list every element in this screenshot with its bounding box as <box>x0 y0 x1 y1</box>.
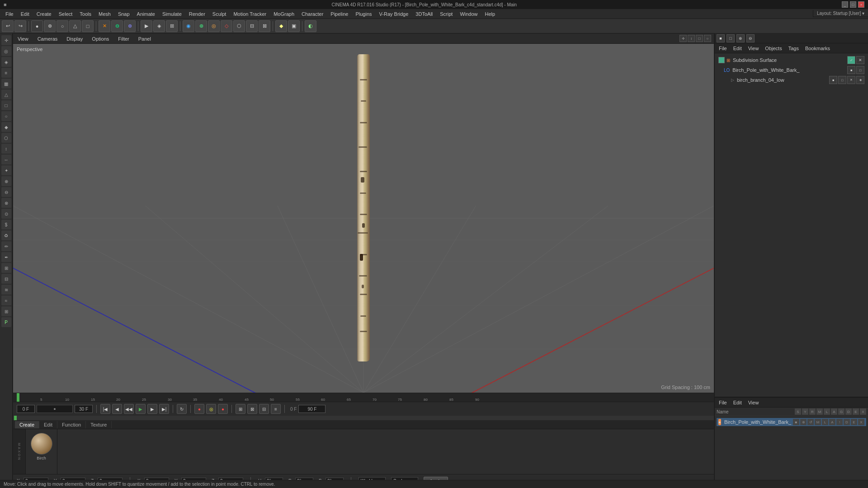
tab-texture[interactable]: Texture <box>86 421 112 428</box>
menu-tools[interactable]: Tools <box>76 10 95 18</box>
sm-menu-objects[interactable]: Objects <box>764 46 783 51</box>
render-button[interactable]: ▶ <box>141 20 152 32</box>
tool-3[interactable]: ≡ <box>1 68 11 78</box>
play-back-button[interactable]: ◀◀ <box>124 404 134 414</box>
step-forward-button[interactable]: ▶ <box>147 404 157 414</box>
obj-flag-s[interactable]: ■ <box>793 419 799 425</box>
render-settings-button[interactable]: ⊞ <box>166 20 178 32</box>
tool-21[interactable]: ⊞ <box>1 263 11 273</box>
minimize-button[interactable]: _ <box>842 1 848 8</box>
key-all-button[interactable]: ◎ <box>206 404 216 414</box>
tree-action-branch-2[interactable]: □ <box>838 76 846 84</box>
menu-snap[interactable]: Snap <box>114 10 133 18</box>
vp-menu-filter[interactable]: Filter <box>116 36 131 42</box>
point-mode-button[interactable]: ○ <box>57 20 68 32</box>
tab-edit[interactable]: Edit <box>39 421 57 428</box>
menu-sculpt[interactable]: Sculpt <box>209 10 230 18</box>
menu-pipeline[interactable]: Pipeline <box>327 10 352 18</box>
menu-simulate[interactable]: Simulate <box>159 10 185 18</box>
tool-9[interactable]: ⬡ <box>1 133 11 143</box>
py-button[interactable]: ◐ <box>305 20 316 32</box>
undo-button[interactable]: ↩ <box>2 20 14 32</box>
deformer-button[interactable]: ⊟ <box>246 20 258 32</box>
obj-flag-x[interactable]: X <box>858 419 864 425</box>
tool-11[interactable]: ↔ <box>1 155 11 164</box>
tab-function[interactable]: Function <box>57 421 86 428</box>
tool-22[interactable]: ⊟ <box>1 274 11 284</box>
menu-animate[interactable]: Animate <box>133 10 159 18</box>
tool-15[interactable]: ⊗ <box>1 198 11 208</box>
go-end-button[interactable]: ▶| <box>159 404 169 414</box>
render-view-button[interactable]: ◈ <box>153 20 165 32</box>
play-button[interactable]: ▶ <box>136 404 146 414</box>
om-menu-view[interactable]: View <box>747 400 760 405</box>
sm-menu-file[interactable]: File <box>717 46 728 51</box>
menu-script[interactable]: Script <box>436 10 456 18</box>
obj-flag-m[interactable]: M <box>815 419 821 425</box>
tool-10[interactable]: ↕ <box>1 144 11 154</box>
generator-button[interactable]: ⊠ <box>259 20 270 32</box>
menu-mograph[interactable]: MoGraph <box>270 10 298 18</box>
tree-action-check[interactable]: ✓ <box>847 56 855 64</box>
canvas-3d[interactable]: Perspective Grid Spacing : 100 cm <box>13 44 714 393</box>
tool-6[interactable]: □ <box>1 100 11 110</box>
menu-file[interactable]: File <box>2 10 17 18</box>
obj-flag-d[interactable]: D <box>844 419 850 425</box>
tool-move[interactable]: ✛ <box>1 35 11 45</box>
go-start-button[interactable]: |◀ <box>100 404 110 414</box>
tool-19[interactable]: ✏ <box>1 241 11 251</box>
tool-grid[interactable]: ⊞ <box>1 306 11 316</box>
tree-action-x[interactable]: ✕ <box>856 56 864 64</box>
vp-icon-2[interactable]: ↕ <box>688 35 695 42</box>
vp-menu-panel[interactable]: Panel <box>137 36 153 42</box>
layout-label[interactable]: Layout: Startup [User] ▾ <box>813 10 868 17</box>
vp-icon-3[interactable]: □ <box>696 35 703 42</box>
poly-mode-button[interactable]: □ <box>82 20 94 32</box>
menu-mesh[interactable]: Mesh <box>95 10 114 18</box>
obj-flag-a[interactable]: A <box>829 419 835 425</box>
maximize-button[interactable]: □ <box>850 1 856 8</box>
frame-pointer[interactable] <box>17 393 19 402</box>
menu-create[interactable]: Create <box>33 10 55 18</box>
sphere-button[interactable]: ⊛ <box>195 20 207 32</box>
menu-window[interactable]: Window <box>456 10 481 18</box>
obj-flag-g[interactable]: ↑ <box>836 419 843 425</box>
menu-vray[interactable]: V-Ray Bridge <box>376 10 412 18</box>
obj-flag-y[interactable]: ⊕ <box>800 419 807 425</box>
obj-row-birch[interactable]: ■ Birch_Pole_with_White_Bark_ ■ ⊕ ↺ M L … <box>717 418 866 426</box>
tool-13[interactable]: ⊕ <box>1 176 11 186</box>
tree-item-subdivision[interactable]: ⊞ Subdivision Surface ✓ ✕ <box>717 55 866 65</box>
edge-mode-button[interactable]: △ <box>69 20 81 32</box>
sm-menu-view[interactable]: View <box>747 46 760 51</box>
start-frame-input[interactable] <box>17 405 35 413</box>
menu-motion-tracker[interactable]: Motion Tracker <box>230 10 270 18</box>
motion-button[interactable]: ⊞ <box>236 404 245 414</box>
tree-item-birch-pole[interactable]: LO Birch_Pole_with_White_Bark_ ■ □ <box>717 65 866 75</box>
curve-button[interactable]: ⊠ <box>247 404 257 414</box>
menu-edit[interactable]: Edit <box>17 10 33 18</box>
vp-menu-options[interactable]: Options <box>90 36 111 42</box>
menu-render[interactable]: Render <box>185 10 209 18</box>
redo-button[interactable]: ↪ <box>14 20 26 32</box>
auto-key-button[interactable]: ● <box>218 404 228 414</box>
tool-4[interactable]: ▦ <box>1 79 11 89</box>
sm-menu-bookmarks[interactable]: Bookmarks <box>804 46 831 51</box>
object-mode-button[interactable]: ⊕ <box>44 20 56 32</box>
obj-flag-r[interactable]: ↺ <box>807 419 814 425</box>
tool-17[interactable]: $ <box>1 220 11 230</box>
rotate-tool-button[interactable]: ⊕ <box>124 20 136 32</box>
om-menu-file[interactable]: File <box>717 400 728 405</box>
menu-plugins[interactable]: Plugins <box>352 10 375 18</box>
loop-button[interactable]: ↻ <box>177 404 187 414</box>
sm-menu-edit[interactable]: Edit <box>732 46 743 51</box>
new-button[interactable]: ● <box>31 20 43 32</box>
spline-button[interactable]: ⬡ <box>233 20 245 32</box>
tab-create[interactable]: Create <box>15 421 39 428</box>
vp-icon-4[interactable]: ○ <box>704 35 711 42</box>
tree-action-birch-2[interactable]: □ <box>856 66 864 74</box>
step-back-button[interactable]: ◀ <box>112 404 122 414</box>
om-menu-edit[interactable]: Edit <box>732 400 743 405</box>
vp-menu-display[interactable]: Display <box>65 36 85 42</box>
sm-menu-tags[interactable]: Tags <box>787 46 800 51</box>
sm-icon-1[interactable]: ■ <box>717 34 725 42</box>
